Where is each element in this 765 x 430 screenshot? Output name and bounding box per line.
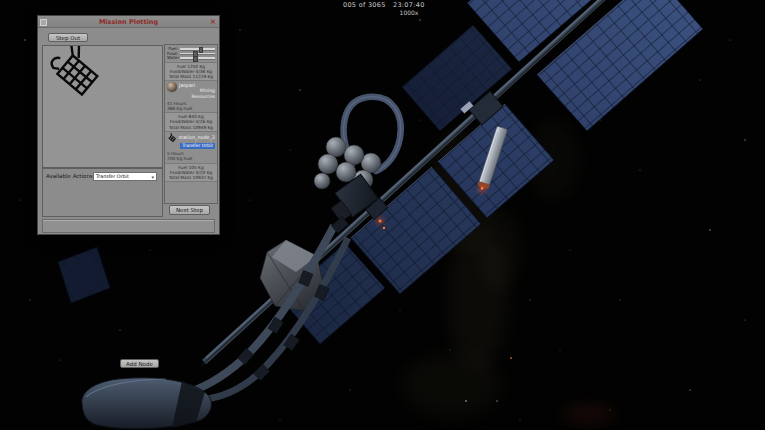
leg2-fuel-burn: 700 Kg Fuel: [167, 156, 215, 161]
add-node-button[interactable]: Add Node: [120, 359, 159, 368]
hud-time-acceleration: 1000x: [393, 9, 425, 16]
station-node-icon: [167, 133, 177, 143]
game-root: 005 of 3065 23:07:40 1000x Mission Plott…: [0, 0, 765, 430]
mission-plot-canvas[interactable]: [42, 45, 163, 168]
hud-date-counter: 005 of 3065: [343, 1, 386, 9]
action-select-value: Transfer Orbit: [96, 174, 129, 179]
stat-total-mass: Total Mass 10937 Kg: [165, 175, 217, 180]
next-step-button[interactable]: Next Step: [169, 205, 210, 215]
mission-steps-panel: Fuel: Food: Water: Fuel 1250 Kg Food/Wat…: [164, 44, 218, 204]
resource-summary-after-node2: Fuel 105 Kg Food/Water 4/20 Kg Total Mas…: [165, 163, 217, 182]
leg2-transit-info: 5 Hours 700 Kg Fuel: [165, 150, 217, 163]
craft-sketch-icon: [43, 46, 113, 112]
action-select[interactable]: Transfer Orbit ▾: [93, 172, 157, 181]
window-titlebar[interactable]: Mission Plotting ×: [38, 16, 219, 28]
chevron-down-icon: ▾: [151, 175, 154, 179]
step-out-button[interactable]: Step Out: [48, 33, 88, 42]
paddle-fin: [82, 378, 212, 429]
available-actions-panel: Available Actions: Transfer Orbit ▾ Add …: [42, 168, 163, 217]
mission-plotting-window: Mission Plotting × Step Out Fuel:: [37, 15, 220, 235]
available-actions-label: Available Actions:: [46, 173, 95, 179]
mission-node-jaspari[interactable]: Jaspari Mining Resources: [165, 81, 217, 99]
node-target-name: Jaspari: [179, 83, 195, 89]
food-slider[interactable]: [180, 53, 216, 56]
water-slider-label: Water:: [167, 56, 178, 61]
node-target-name: station_node_3: [179, 135, 215, 141]
close-icon[interactable]: ×: [210, 17, 216, 26]
stat-total-mass: Total Mass 10949 Kg: [165, 125, 217, 130]
water-slider[interactable]: [180, 57, 216, 60]
water-slider-thumb[interactable]: [193, 56, 198, 62]
transfer-orbit-chip[interactable]: Transfer Orbit: [180, 143, 215, 149]
mission-node-station[interactable]: station_node_3 Transfer Orbit: [165, 132, 217, 150]
stat-food-water: Food/Water 4/26 Kg: [165, 119, 217, 124]
resource-sliders: Fuel: Food: Water:: [165, 45, 217, 62]
stat-total-mass: Total Mass 11219 Kg: [165, 74, 217, 79]
leg1-transit-info: 41 Hours 386 Kg Fuel: [165, 99, 217, 112]
status-strip: [42, 219, 215, 233]
leg1-fuel-burn: 386 Kg Fuel: [167, 106, 215, 111]
window-title: Mission Plotting: [38, 18, 219, 26]
fuel-slider[interactable]: [180, 48, 216, 51]
resource-summary-after-node1: Fuel 840 Kg Food/Water 4/26 Kg Total Mas…: [165, 112, 217, 131]
resource-summary-start: Fuel 1250 Kg Food/Water 4/36 Kg Total Ma…: [165, 62, 217, 81]
